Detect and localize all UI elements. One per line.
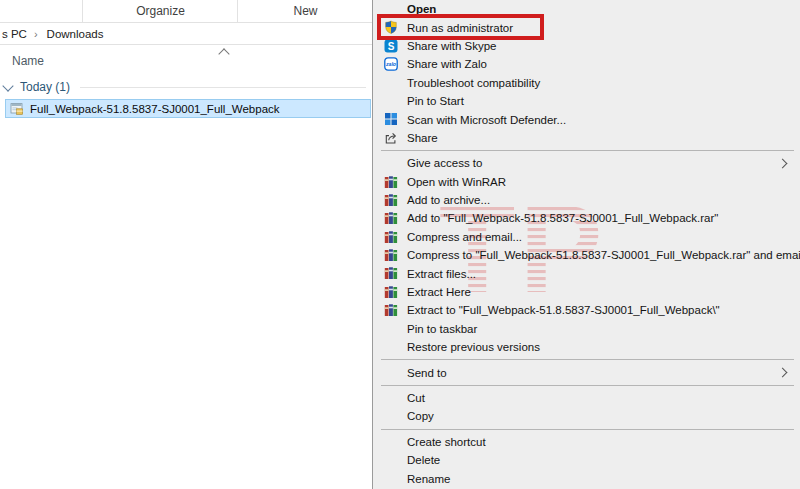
winrar-icon xyxy=(384,285,398,299)
menu-item-label: Share with Skype xyxy=(407,40,497,52)
submenu-arrow-icon xyxy=(778,368,788,378)
ribbon-group-organize: Organize xyxy=(82,0,238,22)
menu-separator xyxy=(373,147,800,154)
group-header-today[interactable]: Today (1) xyxy=(4,79,368,95)
menu-item-label: Troubleshoot compatibility xyxy=(407,77,540,89)
svg-text:zalo: zalo xyxy=(385,62,396,68)
menu-separator xyxy=(373,382,800,389)
skype-icon: S xyxy=(384,39,398,53)
ribbon-group-new: New xyxy=(237,0,373,22)
menu-separator xyxy=(373,356,800,363)
menu-item-delete[interactable]: Delete xyxy=(373,451,800,469)
menu-item-label: Add to archive... xyxy=(407,194,490,206)
menu-item-label: Extract files... xyxy=(407,268,476,280)
ribbon-group-label: New xyxy=(293,4,317,18)
menu-item-run-as-administrator[interactable]: Run as administrator xyxy=(373,18,800,36)
svg-text:S: S xyxy=(388,40,395,51)
menu-item-label: Scan with Microsoft Defender... xyxy=(407,114,566,126)
installer-file-icon xyxy=(10,102,24,116)
winrar-icon xyxy=(384,211,398,225)
sort-ascending-icon xyxy=(218,48,229,59)
menu-item-give-access-to[interactable]: Give access to xyxy=(373,154,800,172)
menu-item-share[interactable]: Share xyxy=(373,129,800,147)
group-header-label: Today (1) xyxy=(20,80,70,94)
menu-item-compress-to-full-webpack-51-8-5837-sj000[interactable]: Compress to "Full_Webpack-51.8.5837-SJ00… xyxy=(373,246,800,264)
menu-item-rename[interactable]: Rename xyxy=(373,469,800,487)
defender-icon xyxy=(384,112,398,126)
menu-separator xyxy=(373,426,800,433)
menu-item-label: Extract Here xyxy=(407,286,471,298)
menu-item-add-to-archive[interactable]: Add to archive... xyxy=(373,191,800,209)
menu-item-label: Give access to xyxy=(407,157,482,169)
share-icon xyxy=(384,131,398,145)
menu-item-create-shortcut[interactable]: Create shortcut xyxy=(373,433,800,451)
menu-item-share-with-zalo[interactable]: zaloShare with Zalo xyxy=(373,55,800,73)
menu-item-extract-files[interactable]: Extract files... xyxy=(373,264,800,282)
address-bar[interactable]: s PC › Downloads xyxy=(0,23,372,45)
menu-item-troubleshoot-compatibility[interactable]: Troubleshoot compatibility xyxy=(373,74,800,92)
menu-item-add-to-full-webpack-51-8-5837-sj0001-ful[interactable]: Add to "Full_Webpack-51.8.5837-SJ0001_Fu… xyxy=(373,209,800,227)
menu-item-send-to[interactable]: Send to xyxy=(373,363,800,381)
menu-item-cut[interactable]: Cut xyxy=(373,389,800,407)
winrar-icon xyxy=(384,230,398,244)
breadcrumb-this-pc[interactable]: s PC xyxy=(2,28,27,40)
menu-item-label: Compress to "Full_Webpack-51.8.5837-SJ00… xyxy=(407,249,800,261)
menu-item-label: Run as administrator xyxy=(407,22,513,34)
menu-item-open-with-winrar[interactable]: Open with WinRAR xyxy=(373,173,800,191)
explorer-window: Organize New s PC › Downloads Name Today… xyxy=(0,0,800,489)
menu-item-label: Compress and email... xyxy=(407,231,522,243)
submenu-arrow-icon xyxy=(778,159,788,169)
menu-item-label: Pin to Start xyxy=(407,95,464,107)
menu-item-label: Cut xyxy=(407,392,425,404)
winrar-icon xyxy=(384,193,398,207)
menu-item-label: Copy xyxy=(407,410,434,422)
menu-item-label: Restore previous versions xyxy=(407,341,540,353)
ribbon-bar: Organize New xyxy=(0,0,372,23)
winrar-icon xyxy=(384,266,398,280)
menu-item-extract-to-full-webpack-51-8-5837-sj0001[interactable]: Extract to "Full_Webpack-51.8.5837-SJ000… xyxy=(373,301,800,319)
menu-item-scan-with-microsoft-defender[interactable]: Scan with Microsoft Defender... xyxy=(373,110,800,128)
menu-item-compress-and-email[interactable]: Compress and email... xyxy=(373,228,800,246)
menu-item-label: Delete xyxy=(407,454,440,466)
ribbon-group-clipboard xyxy=(0,0,82,22)
menu-item-restore-previous-versions[interactable]: Restore previous versions xyxy=(373,338,800,356)
winrar-icon xyxy=(384,303,398,317)
menu-item-label: Open with WinRAR xyxy=(407,176,506,188)
breadcrumb-separator-icon: › xyxy=(34,28,38,40)
menu-item-label: Pin to taskbar xyxy=(407,323,477,335)
context-menu: TP OpenRun as administratorSShare with S… xyxy=(372,0,800,489)
menu-item-label: Open xyxy=(407,3,436,15)
menu-item-pin-to-taskbar[interactable]: Pin to taskbar xyxy=(373,320,800,338)
menu-item-pin-to-start[interactable]: Pin to Start xyxy=(373,92,800,110)
menu-item-label: Share with Zalo xyxy=(407,58,487,70)
group-header-rule xyxy=(80,87,366,88)
winrar-icon xyxy=(384,248,398,262)
winrar-icon xyxy=(384,175,398,189)
menu-item-label: Send to xyxy=(407,367,447,379)
menu-item-label: Add to "Full_Webpack-51.8.5837-SJ0001_Fu… xyxy=(407,212,718,224)
menu-item-share-with-skype[interactable]: SShare with Skype xyxy=(373,37,800,55)
column-header-name[interactable]: Name xyxy=(12,54,44,68)
menu-item-open[interactable]: Open xyxy=(373,0,800,18)
breadcrumb-downloads[interactable]: Downloads xyxy=(47,28,104,40)
menu-item-label: Extract to "Full_Webpack-51.8.5837-SJ000… xyxy=(407,304,720,316)
menu-item-label: Share xyxy=(407,132,438,144)
ribbon-group-label: Organize xyxy=(136,4,185,18)
file-row-selected[interactable]: Full_Webpack-51.8.5837-SJ0001_Full_Webpa… xyxy=(5,99,371,118)
menu-item-label: Create shortcut xyxy=(407,436,486,448)
uac-shield-icon xyxy=(384,20,398,34)
menu-item-label: Rename xyxy=(407,473,450,485)
menu-item-copy[interactable]: Copy xyxy=(373,407,800,425)
zalo-icon: zalo xyxy=(384,57,398,71)
file-name: Full_Webpack-51.8.5837-SJ0001_Full_Webpa… xyxy=(30,103,280,115)
group-collapse-icon[interactable] xyxy=(2,80,13,91)
menu-item-extract-here[interactable]: Extract Here xyxy=(373,283,800,301)
